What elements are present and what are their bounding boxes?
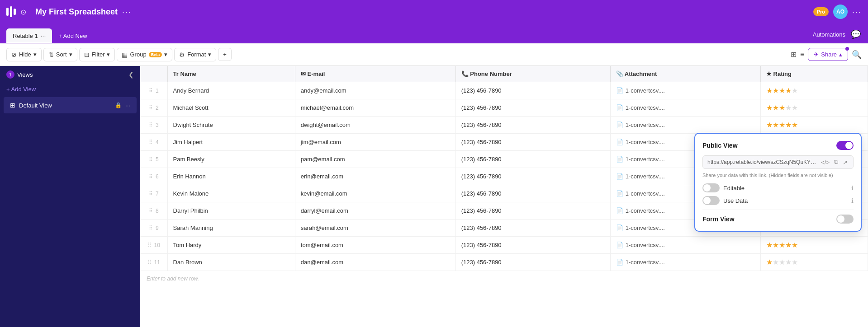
group-button[interactable]: ▦ Group Beta ▾ — [117, 48, 172, 61]
rating-cell[interactable]: ★★★★★ — [760, 237, 868, 254]
star-3[interactable]: ★ — [779, 121, 785, 129]
name-cell[interactable]: Erin Hannon — [167, 168, 295, 185]
name-cell[interactable]: Pam Beesly — [167, 151, 295, 168]
name-cell[interactable]: Kevin Malone — [167, 185, 295, 202]
sidebar-item-default-view[interactable]: ⊞ Default View 🔒 ··· — [4, 97, 137, 113]
name-cell[interactable]: Darryl Philbin — [167, 202, 295, 220]
table-row[interactable]: ⠿10Tom Hardytom@email.com(123) 456-7890📄… — [140, 237, 868, 254]
use-data-info-icon[interactable]: ℹ — [851, 197, 854, 204]
email-cell[interactable]: pam@email.com — [295, 151, 455, 168]
star-3[interactable]: ★ — [779, 87, 785, 94]
table-row[interactable]: ⠿3Dwight Schrutedwight@email.com(123) 45… — [140, 117, 868, 134]
star-5[interactable]: ★ — [792, 241, 798, 249]
star-3[interactable]: ★ — [779, 241, 785, 249]
header-more-button[interactable]: ··· — [852, 7, 862, 17]
table-row[interactable]: ⠿2Michael Scottmichael@email.com(123) 45… — [140, 99, 868, 117]
phone-cell[interactable]: (123) 456-7890 — [455, 185, 610, 202]
star-4[interactable]: ★ — [785, 87, 792, 94]
star-1[interactable]: ★ — [766, 121, 773, 129]
filter-button[interactable]: ⊟ Filter ▾ — [79, 48, 115, 61]
col-name[interactable]: Tr Name — [167, 66, 295, 82]
star-1[interactable]: ★ — [766, 104, 773, 112]
email-cell[interactable]: dwight@email.com — [295, 117, 455, 134]
attachment-cell[interactable]: 📄1-convertcsv.... — [610, 237, 760, 254]
automations-button[interactable]: Automations — [813, 31, 845, 38]
phone-cell[interactable]: (123) 456-7890 — [455, 134, 610, 151]
star-4[interactable]: ★ — [785, 104, 792, 112]
star-5[interactable]: ★ — [792, 258, 798, 266]
rating-cell[interactable]: ★★★★★ — [760, 82, 868, 99]
star-2[interactable]: ★ — [773, 104, 779, 112]
phone-cell[interactable]: (123) 456-7890 — [455, 237, 610, 254]
email-cell[interactable]: erin@email.com — [295, 168, 455, 185]
rating-cell[interactable]: ★★★★★ — [760, 117, 868, 134]
email-cell[interactable]: kevin@email.com — [295, 185, 455, 202]
email-cell[interactable]: tom@email.com — [295, 237, 455, 254]
star-3[interactable]: ★ — [779, 104, 785, 112]
rating-cell[interactable]: ★★★★★ — [760, 254, 868, 271]
editable-info-icon[interactable]: ℹ — [851, 185, 854, 192]
name-cell[interactable]: Dwight Schrute — [167, 117, 295, 134]
use-data-toggle[interactable] — [702, 196, 720, 205]
star-1[interactable]: ★ — [766, 258, 773, 266]
star-1[interactable]: ★ — [766, 241, 773, 249]
name-cell[interactable]: Tom Hardy — [167, 237, 295, 254]
form-view-toggle[interactable] — [836, 215, 854, 224]
star-5[interactable]: ★ — [792, 104, 798, 112]
email-cell[interactable]: andy@email.com — [295, 82, 455, 99]
tab-more-icon[interactable]: ··· — [41, 32, 46, 39]
email-cell[interactable]: jim@email.com — [295, 134, 455, 151]
attachment-cell[interactable]: 📄1-convertcsv.... — [610, 82, 760, 99]
sort-button[interactable]: ⇅ Sort ▾ — [43, 48, 77, 61]
star-2[interactable]: ★ — [773, 241, 779, 249]
col-phone[interactable]: 📞 Phone Number — [455, 66, 610, 82]
view-more-icon[interactable]: ··· — [125, 102, 130, 109]
phone-cell[interactable]: (123) 456-7890 — [455, 99, 610, 117]
editable-toggle[interactable] — [702, 183, 720, 192]
attachment-cell[interactable]: 📄1-convertcsv.... — [610, 99, 760, 117]
col-attachment[interactable]: 📎 Attachment — [610, 66, 760, 82]
sidebar-collapse-icon[interactable]: ❮ — [128, 71, 134, 78]
col-rating[interactable]: ★ Rating — [760, 66, 868, 82]
email-cell[interactable]: sarah@email.com — [295, 220, 455, 237]
public-view-toggle[interactable] — [836, 141, 854, 150]
col-email[interactable]: ✉ E-mail — [295, 66, 455, 82]
phone-cell[interactable]: (123) 456-7890 — [455, 151, 610, 168]
share-button[interactable]: ✈ Share ▴ — [808, 48, 848, 61]
search-button[interactable]: 🔍 — [852, 50, 862, 60]
star-1[interactable]: ★ — [766, 87, 773, 94]
grid-view-icon[interactable]: ⊞ — [791, 50, 797, 59]
phone-cell[interactable]: (123) 456-7890 — [455, 202, 610, 220]
tab-retable1[interactable]: Retable 1 ··· — [6, 28, 52, 43]
format-button[interactable]: ⚙ Format ▾ — [174, 48, 216, 61]
star-3[interactable]: ★ — [779, 258, 785, 266]
table-row[interactable]: ⠿1Andy Bernardandy@email.com(123) 456-78… — [140, 82, 868, 99]
star-4[interactable]: ★ — [785, 121, 792, 129]
star-5[interactable]: ★ — [792, 87, 798, 94]
star-2[interactable]: ★ — [773, 87, 779, 94]
star-4[interactable]: ★ — [785, 241, 792, 249]
open-link-icon[interactable]: ↗ — [842, 159, 849, 166]
chat-icon[interactable]: 💬 — [851, 29, 861, 39]
rating-cell[interactable]: ★★★★★ — [760, 99, 868, 117]
name-cell[interactable]: Andy Bernard — [167, 82, 295, 99]
add-column-button[interactable]: + — [218, 48, 232, 61]
hide-button[interactable]: ⊘ Hide ▾ — [6, 48, 42, 61]
table-row[interactable]: ⠿11Dan Browndan@email.com(123) 456-7890📄… — [140, 254, 868, 271]
avatar[interactable]: AO — [833, 5, 848, 19]
name-cell[interactable]: Michael Scott — [167, 99, 295, 117]
star-2[interactable]: ★ — [773, 258, 779, 266]
star-2[interactable]: ★ — [773, 121, 779, 129]
list-view-icon[interactable]: ≡ — [800, 51, 804, 59]
app-more-button[interactable]: ··· — [122, 7, 132, 17]
email-cell[interactable]: dan@email.com — [295, 254, 455, 271]
email-cell[interactable]: darryl@email.com — [295, 202, 455, 220]
attachment-cell[interactable]: 📄1-convertcsv.... — [610, 117, 760, 134]
name-cell[interactable]: Sarah Manning — [167, 220, 295, 237]
star-4[interactable]: ★ — [785, 258, 792, 266]
email-cell[interactable]: michael@email.com — [295, 99, 455, 117]
code-icon[interactable]: </> — [820, 159, 830, 166]
copy-icon[interactable]: ⧉ — [833, 159, 839, 166]
add-new-tab-button[interactable]: + Add New — [52, 29, 93, 43]
phone-cell[interactable]: (123) 456-7890 — [455, 82, 610, 99]
